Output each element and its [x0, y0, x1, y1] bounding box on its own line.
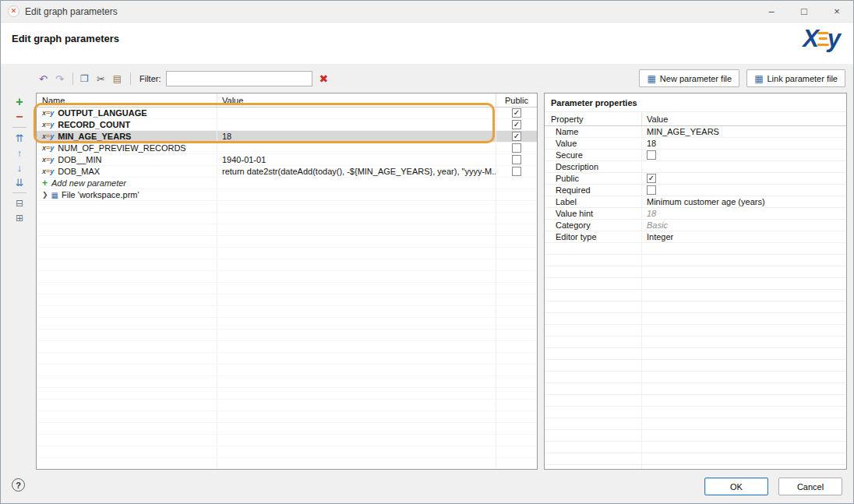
parameter-name-cell: x=yMIN_AGE_YEARS — [37, 131, 217, 142]
clear-filter-icon[interactable]: ✖ — [319, 72, 329, 85]
parameter-icon: x=y — [42, 145, 54, 152]
parameter-icon: x=y — [42, 110, 54, 117]
parameter-value — [217, 119, 496, 130]
move-up-icon[interactable]: ↑ — [12, 146, 27, 159]
add-parameter-icon[interactable]: + — [12, 96, 27, 108]
property-row[interactable]: Description — [545, 161, 846, 173]
parameter-public-cell — [496, 143, 537, 153]
new-parameter-file-icon: ▦ — [647, 73, 655, 84]
empty-row — [37, 283, 537, 294]
empty-row — [37, 236, 537, 248]
window-title: Edit graph parameters — [25, 6, 118, 17]
empty-row — [37, 446, 537, 458]
add-new-parameter-row[interactable]: + Add new parameter — [37, 178, 537, 189]
parameter-public-cell — [496, 107, 537, 118]
paste-icon[interactable]: ▤ — [110, 71, 125, 86]
column-header-property[interactable]: Property — [545, 112, 642, 125]
column-header-value[interactable]: Value — [217, 93, 496, 107]
add-new-parameter-label: Add new parameter — [51, 178, 126, 188]
parameter-file-row[interactable]: ❯ ▦ File 'workspace.prm' — [37, 189, 537, 201]
redo-icon[interactable]: ↷ — [52, 71, 67, 86]
public-checkbox[interactable] — [512, 108, 521, 118]
empty-cell — [217, 189, 496, 200]
public-checkbox[interactable] — [512, 120, 521, 129]
parameter-icon-part: y — [50, 168, 54, 175]
parameters-table-header: Name Value Public — [37, 93, 537, 107]
public-checkbox[interactable] — [512, 155, 521, 164]
property-row[interactable]: Required — [545, 185, 846, 196]
property-filler — [545, 243, 846, 470]
parameter-row[interactable]: x=yDOB__MIN1940-01-01 — [37, 154, 537, 166]
empty-cell — [217, 178, 496, 189]
public-checkbox[interactable] — [512, 143, 521, 153]
empty-row — [37, 458, 537, 470]
filter-label: Filter: — [139, 74, 161, 83]
column-header-public[interactable]: Public — [496, 93, 537, 107]
parameter-row[interactable]: x=yDOB_MAXreturn date2str(dateAdd(today(… — [37, 166, 537, 178]
parameter-name: OUTPUT_LANGUAGE — [58, 108, 146, 118]
parameter-name-cell: x=yDOB_MAX — [37, 166, 217, 177]
empty-row — [37, 213, 537, 224]
new-parameter-file-button[interactable]: ▦ New parameter file — [639, 69, 739, 87]
parameter-public-cell — [496, 154, 537, 165]
parameter-row[interactable]: x=yNUM_OF_PREVIEW_RECORDS — [37, 143, 537, 154]
property-row[interactable]: LabelMinimum customer age (years) — [545, 196, 846, 208]
help-button[interactable]: ? — [12, 478, 25, 492]
property-row[interactable]: Public — [545, 173, 846, 185]
expand-chevron-icon[interactable]: ❯ — [42, 191, 48, 199]
side-toolbar-separator-2 — [12, 192, 26, 193]
empty-row — [37, 248, 537, 259]
parameter-icon-part: y — [50, 133, 54, 140]
move-down-icon[interactable]: ↓ — [12, 161, 27, 174]
property-value: MIN_AGE_YEARS — [642, 126, 846, 137]
parameter-file-cell: ❯ ▦ File 'workspace.prm' — [37, 189, 217, 200]
parameter-icon-part: y — [50, 110, 54, 117]
ok-button[interactable]: OK — [704, 478, 768, 495]
column-header-property-value[interactable]: Value — [642, 112, 846, 125]
add-icon: + — [42, 178, 48, 189]
property-name: Category — [545, 220, 642, 231]
parameter-row[interactable]: x=yRECORD_COUNT — [37, 119, 537, 131]
parameter-row[interactable]: x=yMIN_AGE_YEARS18 — [37, 131, 537, 143]
parameters-table: Name Value Public x=yOUTPUT_LANGUAGEx=yR… — [36, 93, 538, 470]
parameter-icon-part: y — [50, 157, 54, 164]
property-checkbox[interactable] — [647, 185, 656, 195]
public-checkbox[interactable] — [512, 132, 521, 141]
cancel-button[interactable]: Cancel — [778, 478, 842, 495]
expand-all-icon[interactable]: ⊞ — [12, 212, 27, 224]
parameter-name-cell: x=yNUM_OF_PREVIEW_RECORDS — [37, 143, 217, 153]
minimize-button[interactable]: – — [755, 1, 788, 22]
parameter-name: NUM_OF_PREVIEW_RECORDS — [58, 143, 185, 153]
cloverdx-logo: X Ξ y — [803, 26, 841, 51]
public-checkbox[interactable] — [512, 167, 521, 176]
empty-row — [37, 294, 537, 306]
filter-input[interactable] — [166, 71, 312, 86]
parameter-icon: x=y — [42, 122, 54, 129]
link-parameter-file-button[interactable]: ▦ Link parameter file — [746, 69, 845, 87]
parameter-row[interactable]: x=yOUTPUT_LANGUAGE — [37, 107, 537, 119]
collapse-all-icon[interactable]: ⊟ — [12, 197, 27, 210]
close-button[interactable]: × — [820, 1, 853, 22]
property-row[interactable]: CategoryBasic — [545, 220, 846, 231]
edit-graph-parameters-window: ✕ Edit graph parameters – □ × Edit graph… — [0, 0, 854, 504]
undo-icon[interactable]: ↶ — [36, 71, 51, 86]
property-checkbox[interactable] — [647, 174, 656, 183]
property-row[interactable]: Secure — [545, 150, 846, 161]
move-top-icon[interactable]: ⇈ — [12, 132, 27, 144]
empty-row — [545, 301, 846, 313]
property-row[interactable]: Editor typeInteger — [545, 231, 846, 243]
cut-icon[interactable]: ✂ — [94, 71, 108, 86]
property-row[interactable]: Value hint18 — [545, 208, 846, 220]
link-parameter-file-label: Link parameter file — [768, 74, 838, 83]
column-header-name[interactable]: Name — [37, 93, 217, 107]
property-row[interactable]: NameMIN_AGE_YEARS — [545, 126, 846, 138]
move-bottom-icon[interactable]: ⇊ — [12, 176, 27, 189]
property-value — [642, 150, 846, 160]
property-row[interactable]: Value18 — [545, 138, 846, 150]
maximize-button[interactable]: □ — [788, 1, 820, 22]
remove-parameter-icon[interactable]: − — [12, 111, 27, 123]
property-checkbox[interactable] — [647, 150, 656, 160]
parameter-properties-panel: Parameter properties Property Value Name… — [544, 93, 847, 470]
empty-row — [545, 325, 846, 337]
copy-icon[interactable]: ❐ — [77, 71, 92, 86]
